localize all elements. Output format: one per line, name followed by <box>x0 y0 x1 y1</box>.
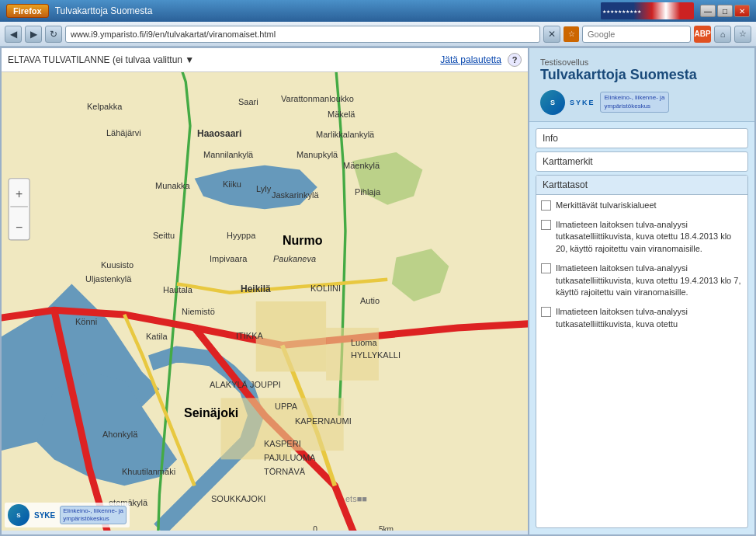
layer-label-1: Merkittävät tulvariskialueet <box>556 200 657 211</box>
svg-rect-1 <box>256 301 326 371</box>
syke-logo-icon: S <box>8 504 29 526</box>
minimize-button[interactable]: — <box>700 5 716 17</box>
app-subtitle: Testisovellus <box>540 57 744 67</box>
layer-label-3: Ilmatieteen laitoksen tulva-analyysi tut… <box>556 263 743 298</box>
forward-button[interactable]: ▶ <box>25 26 42 43</box>
list-item: Ilmatieteen laitoksen tulva-analyysi tut… <box>541 263 743 298</box>
layer-checkbox-4[interactable] <box>541 307 551 317</box>
maximize-button[interactable]: □ <box>717 5 733 17</box>
adblock-button[interactable]: ABP <box>694 26 711 43</box>
layer-list[interactable]: Merkittävät tulvariskialueet Ilmatieteen… <box>536 195 747 527</box>
firefox-button[interactable]: Firefox <box>6 4 49 18</box>
refresh-button[interactable]: ↻ <box>45 26 62 43</box>
map-header-title: ELTAVA TULVATILANNE (ei tulvaa valittun … <box>8 54 194 65</box>
layer-panel: Karttatasot Merkittävät tulvariskialueet… <box>536 175 748 528</box>
layer-checkbox-3[interactable] <box>541 263 551 273</box>
layer-panel-header: Karttatasot <box>536 176 747 195</box>
tab-info[interactable]: Info <box>536 128 748 148</box>
back-button[interactable]: ◀ <box>5 26 22 43</box>
right-panel: Testisovellus Tulvakarttoja Suomesta S S… <box>529 48 754 534</box>
panel-tabs: Info Karttamerkit Karttatasot Merkittävä… <box>529 122 754 534</box>
app-title: Tulvakarttoja Suomesta <box>540 67 744 84</box>
svg-rect-2 <box>326 328 379 381</box>
layer-label-4: Ilmatieteen laitoksen tulva-analyysi tut… <box>556 306 743 330</box>
svg-text:5km: 5km <box>379 525 394 531</box>
svg-rect-3 <box>221 398 291 459</box>
list-item: Merkittävät tulvariskialueet <box>541 200 743 211</box>
ely-right-logo: Elinkeino-, liikenne- ja ympäristökeskus <box>600 92 670 113</box>
svg-rect-4 <box>291 398 344 451</box>
tab-karttamerkit[interactable]: Karttamerkit <box>536 151 748 172</box>
layer-checkbox-2[interactable] <box>541 220 551 230</box>
window-controls: — □ ✕ <box>700 5 750 17</box>
title-bar: Firefox Tulvakarttoja Suomesta ★★★★★★★★★… <box>0 0 756 22</box>
layer-checkbox-1[interactable] <box>541 200 551 211</box>
content-area: ELTAVA TULVATILANNE (ei tulvaa valittun … <box>0 47 756 536</box>
bookmark-star[interactable]: ☆ <box>564 26 579 42</box>
syke-logo-text: SYKE <box>34 511 55 520</box>
close-button[interactable]: ✕ <box>734 5 750 17</box>
list-item: Ilmatieteen laitoksen tulva-analyysi tut… <box>541 219 743 255</box>
home-button[interactable]: ⌂ <box>714 26 731 43</box>
map-svg: 0 5km + − <box>2 72 528 531</box>
map-panel: ELTAVA TULVATILANNE (ei tulvaa valittun … <box>2 48 529 534</box>
map-header: ELTAVA TULVATILANNE (ei tulvaa valittun … <box>2 48 528 72</box>
map-bottom-logos: S SYKE Elinkeino-, liikenne- ja ympärist… <box>5 503 130 527</box>
svg-text:−: − <box>16 221 23 234</box>
address-bar[interactable] <box>65 26 540 43</box>
bookmark-button[interactable]: ☆ <box>734 26 751 43</box>
window-title: Tulvakarttoja Suomesta <box>55 5 595 16</box>
browser-window: Firefox Tulvakarttoja Suomesta ★★★★★★★★★… <box>0 0 756 536</box>
search-input[interactable] <box>582 26 691 43</box>
syke-text-logo: SYKE <box>570 99 595 106</box>
feedback-link[interactable]: Jätä palautetta <box>440 54 501 65</box>
syke-circle-logo: S <box>540 90 565 115</box>
ely-logo: Elinkeino-, liikenne- ja ympäristökeskus <box>60 506 127 525</box>
app-logos: S SYKE Elinkeino-, liikenne- ja ympärist… <box>540 90 744 115</box>
list-item: Ilmatieteen laitoksen tulva-analyysi tut… <box>541 306 743 330</box>
help-button[interactable]: ? <box>508 53 522 67</box>
svg-text:0: 0 <box>313 525 317 531</box>
go-button[interactable]: ✕ <box>543 26 560 43</box>
layer-label-2: Ilmatieteen laitoksen tulva-analyysi tut… <box>556 219 743 255</box>
map-container[interactable]: 0 5km + − Saari Kelpakka Lähäjärvi Varat… <box>2 72 528 531</box>
navigation-bar: ◀ ▶ ↻ ✕ ☆ ABP ⌂ ☆ <box>0 22 756 47</box>
svg-text:+: + <box>16 187 23 200</box>
app-header: Testisovellus Tulvakarttoja Suomesta S S… <box>529 48 754 122</box>
